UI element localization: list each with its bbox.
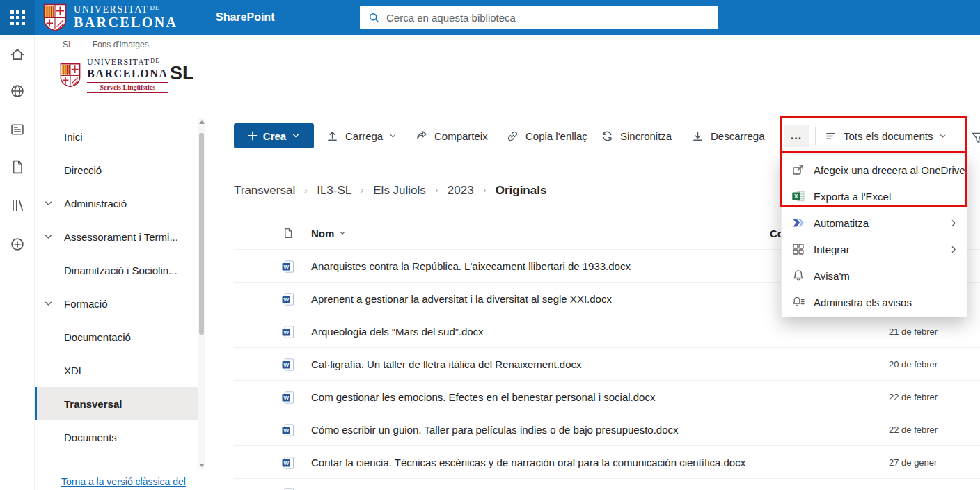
breadcrumb-item[interactable]: 2023 <box>448 184 474 198</box>
word-file-icon: W <box>281 390 295 404</box>
file-row[interactable]: W Contar la ciencia. Técnicas escénicas … <box>234 446 980 479</box>
sidebar-item-documents[interactable]: Documents <box>35 420 198 454</box>
breadcrumb-item[interactable]: Transversal <box>234 184 295 198</box>
file-row[interactable]: W Com gestionar les emocions. Efectes en… <box>234 381 980 413</box>
site-breadcrumb-site[interactable]: SL <box>63 40 73 49</box>
chevron-right-icon <box>482 187 488 195</box>
home-icon[interactable] <box>9 46 26 63</box>
chevron-right-icon <box>303 187 309 195</box>
word-file-icon: W <box>281 292 295 306</box>
breadcrumb-item[interactable]: IL3-SL <box>317 184 351 198</box>
chevron-down-icon <box>292 132 300 140</box>
word-file-icon: W <box>281 456 295 470</box>
classic-view-link[interactable]: Torna a la versió clàssica del <box>61 476 186 487</box>
breadcrumb: Transversal IL3-SL Els Juliols 2023 Orig… <box>234 182 546 200</box>
upload-icon <box>326 129 339 143</box>
site-breadcrumb-library[interactable]: Fons d'imatges <box>93 40 149 49</box>
breadcrumb-item[interactable]: Els Juliols <box>373 184 426 198</box>
share-button[interactable]: Comparteix <box>415 123 488 148</box>
download-icon <box>691 129 704 143</box>
scroll-down-icon[interactable] <box>198 461 205 469</box>
news-icon[interactable] <box>9 121 26 138</box>
chevron-down-icon <box>44 232 53 242</box>
menu-item-add-onedrive-shortcut[interactable]: Afegeix una drecera al OneDrive <box>782 157 967 183</box>
upload-button[interactable]: Carrega <box>326 123 397 148</box>
word-file-icon: W <box>281 325 295 339</box>
chevron-right-icon <box>949 219 958 228</box>
sidebar-item-formacio[interactable]: Formació <box>35 287 198 320</box>
svg-text:W: W <box>283 297 289 303</box>
menu-item-automate[interactable]: Automatitza <box>782 210 967 236</box>
download-button[interactable]: Descarrega <box>691 123 765 148</box>
sidebar-item-inici[interactable]: Inici <box>35 120 198 153</box>
column-header-nom[interactable]: Nom <box>311 226 346 240</box>
sidebar-item-documentacio[interactable]: Documentació <box>35 320 198 354</box>
svg-text:W: W <box>283 329 289 335</box>
ub-crest-icon <box>43 3 67 31</box>
sidebar-item-transversal[interactable]: Transversal <box>35 387 198 420</box>
sharepoint-home-link[interactable]: SharePoint <box>216 0 274 35</box>
file-date: 27 de gener <box>889 446 937 479</box>
file-row[interactable]: W Cal·ligrafia. Un taller de lletra itàl… <box>234 348 980 381</box>
suite-header: UNIVERSITATDE BARCELONA SharePoint <box>0 0 980 35</box>
document-icon[interactable] <box>9 159 26 175</box>
sidebar: Inici Direcció Administració Assessorame… <box>35 113 205 490</box>
manage-alerts-icon <box>791 295 805 309</box>
plus-icon <box>248 131 258 141</box>
toolbar-divider <box>815 127 816 145</box>
search-input[interactable] <box>386 12 710 24</box>
file-row[interactable]: W Cómo escribir un guion. Taller para pe… <box>234 413 980 446</box>
sync-button[interactable]: Sincronitza <box>601 123 672 148</box>
sidebar-item-assessorament[interactable]: Assessorament i Termi... <box>35 220 198 253</box>
svg-text:W: W <box>283 395 289 401</box>
site-title[interactable]: SL <box>170 63 194 84</box>
ub-brand-logo[interactable]: UNIVERSITATDE BARCELONA <box>43 3 177 31</box>
sidebar-scrollbar[interactable] <box>198 118 205 469</box>
menu-item-integrate[interactable]: Integrar <box>782 236 967 262</box>
sync-icon <box>601 129 614 143</box>
menu-item-export-to-excel[interactable]: X Exporta a l'Excel <box>782 183 967 210</box>
search-box[interactable] <box>360 6 718 29</box>
filter-icon[interactable] <box>970 130 980 145</box>
overflow-menu-button[interactable]: … <box>784 125 809 147</box>
word-file-icon: W <box>281 260 295 274</box>
sidebar-item-dinamitzacio[interactable]: Dinamització i Sociolin... <box>35 253 198 287</box>
view-selector[interactable]: Tots els documents <box>824 123 947 148</box>
menu-item-manage-alerts[interactable]: Administra els avisos <box>782 289 967 315</box>
chevron-down-icon <box>339 230 346 237</box>
file-date: 22 de febrer <box>889 381 938 413</box>
word-file-icon: W <box>281 358 295 372</box>
link-icon <box>506 129 519 143</box>
file-row[interactable]: W Arqueologia dels “Mars del sud”.docx 2… <box>234 315 980 348</box>
svg-text:W: W <box>283 460 289 466</box>
sidebar-item-xdl[interactable]: XDL <box>35 354 198 387</box>
site-logo-text: UNIVERSITATDE BARCELONA Serveis Lingüíst… <box>87 57 168 93</box>
site-logo[interactable]: UNIVERSITATDE BARCELONA Serveis Lingüíst… <box>60 57 168 93</box>
integrate-grid-icon <box>791 242 805 256</box>
onedrive-shortcut-icon <box>791 163 805 177</box>
file-type-column-icon[interactable] <box>282 227 294 239</box>
new-button[interactable]: Crea <box>234 123 314 148</box>
sidebar-item-administracio[interactable]: Administració <box>35 187 198 220</box>
menu-item-alert-me[interactable]: Avisa'm <box>782 262 967 289</box>
overflow-dropdown-menu: Afegeix una drecera al OneDrive X Export… <box>781 155 967 317</box>
svg-text:W: W <box>283 362 289 368</box>
word-file-icon: W <box>281 423 295 437</box>
excel-icon: X <box>791 189 805 203</box>
chevron-down-icon <box>44 299 53 308</box>
chevron-right-icon <box>949 245 958 254</box>
globe-icon[interactable] <box>9 83 26 100</box>
sidebar-nav: Inici Direcció Administració Assessorame… <box>35 120 198 454</box>
copy-link-button[interactable]: Copia l'enllaç <box>506 123 587 148</box>
chevron-down-icon <box>389 132 397 140</box>
file-row-partial[interactable]: W <box>234 479 980 490</box>
sidebar-scrollbar-thumb[interactable] <box>199 133 204 335</box>
site-breadcrumb: SL Fons d'imatges <box>63 40 149 49</box>
sidebar-item-direccio[interactable]: Direcció <box>35 153 198 187</box>
word-file-icon: W <box>281 487 295 490</box>
library-icon[interactable] <box>9 197 26 214</box>
scroll-up-icon[interactable] <box>198 118 205 126</box>
app-launcher-button[interactable] <box>0 0 35 35</box>
add-circle-icon[interactable] <box>9 236 26 253</box>
waffle-icon <box>10 10 25 25</box>
